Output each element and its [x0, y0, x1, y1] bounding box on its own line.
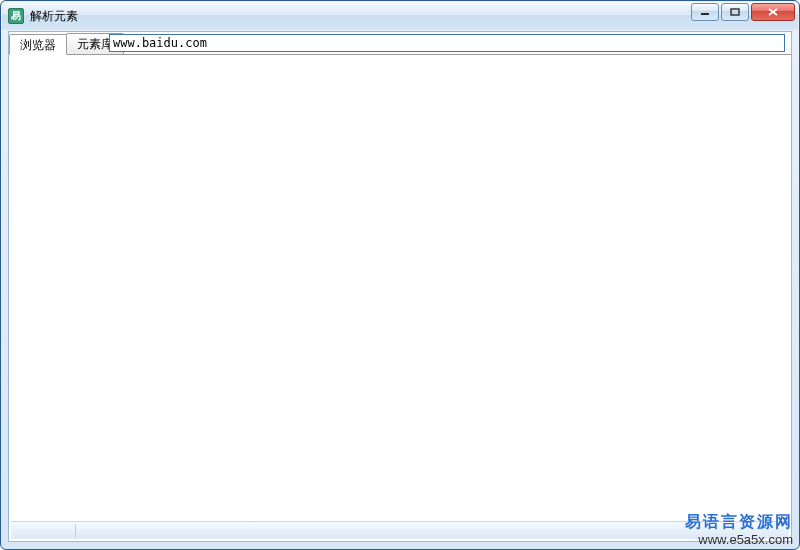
window-buttons: [691, 3, 795, 21]
minimize-button[interactable]: [691, 3, 719, 21]
tab-browser[interactable]: 浏览器: [9, 34, 67, 55]
url-input[interactable]: [109, 34, 785, 52]
close-button[interactable]: [751, 3, 795, 21]
client-area: 浏览器 元素库: [8, 31, 792, 542]
titlebar[interactable]: 易 解析元素: [2, 2, 798, 30]
window-title: 解析元素: [30, 8, 78, 25]
maximize-icon: [730, 8, 740, 16]
tabstrip-divider: [9, 54, 791, 55]
statusbar-separator: [75, 524, 76, 537]
minimize-icon: [700, 8, 710, 16]
app-icon: 易: [8, 8, 24, 24]
svg-rect-1: [731, 9, 739, 15]
browser-content[interactable]: [11, 56, 789, 519]
maximize-button[interactable]: [721, 3, 749, 21]
close-icon: [767, 7, 779, 17]
status-bar: [11, 521, 789, 539]
window-frame: 易 解析元素 浏览器 元素库 易语言资源网 www.e5a5x.: [0, 0, 800, 550]
